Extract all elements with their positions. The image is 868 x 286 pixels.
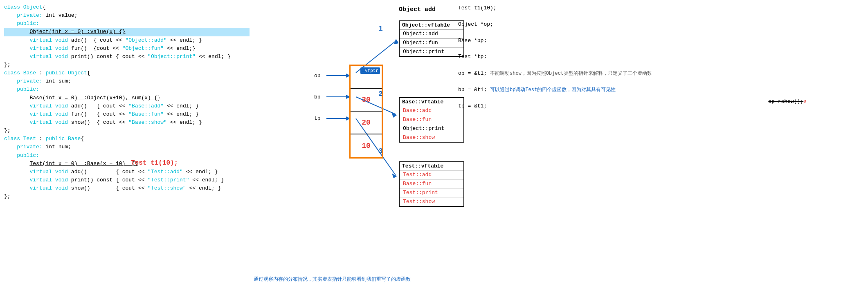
- code-line-18: private: int num;: [4, 143, 250, 151]
- vfptr-label: _vfptr: [360, 67, 380, 74]
- code-line-11: public:: [4, 85, 250, 94]
- code-line-22: virtual void print() const { cout << "Te…: [4, 176, 250, 184]
- code-line-5: virtual void add() { cout << "Object::ad…: [4, 36, 250, 45]
- bp-assign-line: bp = &t1; 可以通过bp调动Test的四个虚函数，因为对其具有可见性: [458, 86, 860, 94]
- stack-box: _vfptr 30 20 10: [349, 65, 383, 159]
- svg-marker-5: [392, 113, 397, 118]
- svg-marker-9: [392, 173, 397, 178]
- info-base-bp: Base *bp;: [458, 37, 860, 45]
- info-object-op: Object *op;: [458, 20, 860, 29]
- svg-marker-1: [394, 39, 399, 44]
- op-show-crossed: op->show();✗: [768, 98, 807, 105]
- stack-value-30: 30: [362, 96, 371, 104]
- code-line-19: public:: [4, 152, 250, 160]
- bottom-note: 通过观察内存的分布情况，其实虚表指针只能够看到我们重写了的虚函数: [254, 276, 450, 283]
- test-t1-label: Test t1(10);: [131, 159, 178, 167]
- op-assign-line: op = &t1; 不能调动show，因为按照Object类型的指针来解释，只定…: [458, 69, 860, 78]
- stack-cell-top: _vfptr: [351, 66, 382, 89]
- code-panel: class Object{ private: int value; public…: [0, 0, 254, 286]
- op-label: op: [314, 73, 321, 79]
- info-section: Test t1(10); Object *op; Base *bp; Test …: [458, 4, 860, 61]
- code-line-3: public:: [4, 20, 250, 28]
- stack-cell-30: 30: [351, 89, 382, 112]
- diagram-panel: op bp tp 1 2 3 _vfptr 30 20 10: [254, 0, 450, 286]
- code-line-16: };: [4, 127, 250, 135]
- code-line-14: virtual void fun() { cout << "Base::fun"…: [4, 110, 250, 118]
- code-line-10: private: int sum;: [4, 77, 250, 85]
- code-line-12: Base(int x = 0) :Object(x+10), sum(x) {}: [4, 94, 250, 102]
- code-line-13: virtual void add() { cout << "Base::add"…: [4, 102, 250, 110]
- code-line-1: class Object{: [4, 3, 250, 11]
- code-line-20: Test(int x = 0) :Base(x + 10) {}: [4, 160, 250, 168]
- stack-value-10: 10: [362, 142, 371, 150]
- code-line-23: virtual void show() { cout << "Test::sho…: [4, 184, 250, 192]
- code-line-7: virtual void print() const { cout << "Ob…: [4, 53, 250, 61]
- info-panel: Test t1(10); Object *op; Base *bp; Test …: [450, 0, 868, 286]
- code-line-6: virtual void fun() {cout << "Object::fun…: [4, 45, 250, 53]
- tp-label: tp: [314, 115, 321, 121]
- stack-cell-10: 10: [351, 134, 382, 157]
- main-container: class Object{ private: int value; public…: [0, 0, 868, 286]
- stack-value-20: 20: [362, 118, 371, 127]
- bp-label: bp: [314, 94, 321, 100]
- info-test-t1: Test t1(10);: [458, 4, 860, 13]
- code-line-2: private: int value;: [4, 11, 250, 20]
- info-test-tp: Test *tp;: [458, 53, 860, 61]
- code-line-24: };: [4, 192, 250, 201]
- code-line-17: class Test : public Base{: [4, 135, 250, 143]
- arrow-number-1: 1: [378, 25, 383, 33]
- code-line-21: virtual void add() { cout << "Test::add"…: [4, 168, 250, 176]
- stack-cell-20: 20: [351, 112, 382, 134]
- code-line-4: Object(int x = 0) :value(x) {}: [4, 28, 250, 36]
- code-line-9: class Base : public Object{: [4, 69, 250, 77]
- object-add-header: Object add: [399, 6, 436, 13]
- code-line-15: virtual void show() { cout << "Base::sho…: [4, 118, 250, 127]
- code-line-8: };: [4, 61, 250, 69]
